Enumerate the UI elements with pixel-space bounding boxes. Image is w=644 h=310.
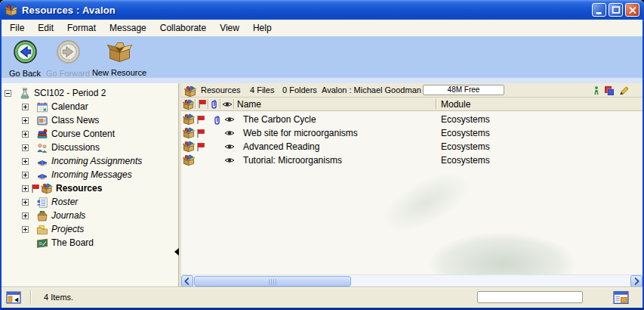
column-separator (208, 99, 208, 109)
menu-file[interactable]: File (3, 20, 31, 36)
book-icon (36, 169, 48, 181)
new-resource-button[interactable]: New Resource (91, 39, 148, 79)
menu-help[interactable]: Help (246, 20, 279, 36)
layers-icon[interactable] (604, 85, 615, 96)
panel-icon[interactable] (613, 290, 629, 305)
column-module[interactable]: Module (441, 99, 470, 110)
file-name[interactable]: The Carbon Cycle (243, 113, 316, 126)
item-count: 4 Items. (44, 293, 73, 302)
tree-item-roster[interactable]: Roster (2, 195, 178, 209)
resource-box-icon (183, 113, 195, 126)
scroll-right-button[interactable] (630, 275, 642, 287)
file-name[interactable]: Tutorial: Microorganisms (243, 153, 342, 167)
column-separator (195, 99, 196, 109)
scroll-left-button[interactable] (181, 275, 193, 287)
tree-item-journals[interactable]: Journals (2, 209, 178, 222)
course-tree: SCI102 - Period 2 Calendar Class News Co… (2, 83, 178, 287)
tree-item-label: Roster (51, 197, 78, 207)
status-separator (30, 290, 31, 305)
paperclip-column-icon[interactable] (210, 99, 218, 109)
expand-toggle[interactable] (22, 185, 29, 192)
list-row[interactable]: Web site for microorganisms Ecosystems (181, 126, 642, 140)
menu-format[interactable]: Format (60, 20, 103, 36)
list-row[interactable]: Advanced Reading Ecosystems (181, 140, 642, 153)
folder-icon (36, 224, 48, 235)
tree-item-class-news[interactable]: Class News (2, 113, 178, 127)
eye-icon[interactable] (224, 113, 235, 126)
eye-icon[interactable] (224, 126, 235, 140)
status-field (477, 291, 583, 303)
window-title: Resources : Avalon (22, 5, 116, 16)
tree-item-label: Incoming Messages (51, 169, 132, 180)
account-label: Avalon : Michael Goodman (322, 85, 421, 95)
folder-count: 0 Folders (282, 85, 317, 95)
file-list: The Carbon Cycle Ecosystems Web site for… (181, 111, 642, 274)
collapse-panel-arrow-icon[interactable] (174, 248, 179, 256)
expand-toggle[interactable] (22, 226, 29, 233)
list-row[interactable]: Tutorial: Microorganisms Ecosystems (181, 153, 642, 167)
go-back-icon (13, 39, 38, 67)
tree-item-root[interactable]: SCI102 - Period 2 (2, 86, 178, 100)
flag-icon (196, 126, 205, 140)
collapse-toggle[interactable] (5, 90, 11, 97)
expand-toggle[interactable] (22, 104, 29, 110)
book-icon (36, 156, 48, 167)
app-window: Resources : Avalon File Edit Format Mess… (0, 0, 644, 310)
expand-toggle[interactable] (22, 144, 29, 151)
eye-icon[interactable] (224, 140, 235, 153)
tree-item-discussions[interactable]: Discussions (2, 141, 178, 154)
pencil-icon[interactable] (619, 85, 629, 95)
file-name[interactable]: Web site for microorganisms (243, 126, 358, 140)
menu-message[interactable]: Message (103, 20, 153, 36)
expand-toggle[interactable] (22, 117, 29, 124)
flag-icon (30, 184, 39, 194)
flag-column-icon[interactable] (197, 99, 206, 109)
menu-collaborate[interactable]: Collaborate (153, 20, 213, 36)
flag-icon (196, 113, 205, 126)
menu-view[interactable]: View (213, 20, 246, 36)
expand-toggle[interactable] (22, 172, 29, 178)
menubar: File Edit Format Message Collaborate Vie… (2, 20, 642, 36)
go-forward-label: Go Forward (46, 69, 90, 78)
expand-toggle[interactable] (22, 199, 29, 206)
free-space-meter: 48M Free (423, 85, 504, 95)
expand-toggle[interactable] (22, 131, 29, 138)
tree-item-the-board[interactable]: The Board (2, 236, 178, 250)
file-count: 4 Files (250, 85, 274, 95)
tree-item-incoming-assignments[interactable]: Incoming Assignments (2, 154, 178, 168)
go-forward-button[interactable]: Go Forward (44, 39, 92, 79)
file-name[interactable]: Advanced Reading (243, 140, 319, 153)
file-module: Ecosystems (441, 113, 490, 126)
tree-item-calendar[interactable]: Calendar (2, 100, 178, 113)
go-back-button[interactable]: Go Back (6, 39, 44, 79)
file-module: Ecosystems (441, 153, 490, 167)
tree-item-resources[interactable]: Resources (2, 181, 178, 195)
person-icon[interactable] (593, 85, 599, 95)
list-row[interactable]: The Carbon Cycle Ecosystems (181, 113, 642, 126)
tree-item-incoming-messages[interactable]: Incoming Messages (2, 168, 178, 181)
background-watermark (404, 203, 600, 274)
resource-box-icon (41, 183, 53, 194)
tree-item-label: Journals (51, 210, 85, 221)
minimize-button[interactable] (592, 3, 606, 17)
tree-item-projects[interactable]: Projects (2, 222, 178, 236)
tree-item-course-content[interactable]: Course Content (2, 127, 178, 141)
expand-toggle[interactable] (22, 212, 29, 219)
column-name[interactable]: Name (237, 99, 261, 110)
expand-toggle[interactable] (22, 158, 29, 165)
maximize-button[interactable] (609, 3, 623, 17)
menu-edit[interactable]: Edit (31, 20, 60, 36)
eye-icon[interactable] (224, 153, 235, 167)
resource-box-icon[interactable] (183, 99, 194, 110)
window-icon[interactable] (6, 290, 21, 304)
close-button[interactable] (625, 3, 639, 17)
eye-column-icon[interactable] (222, 101, 233, 108)
scrollbar-thumb[interactable] (194, 276, 351, 287)
tree-item-label: Incoming Assignments (51, 156, 142, 166)
new-resource-label: New Resource (92, 68, 146, 77)
new-resource-icon (106, 39, 133, 67)
tree-item-label: Course Content (51, 129, 115, 139)
resource-box-icon (183, 140, 195, 153)
tree-root-label: SCI102 - Period 2 (34, 88, 106, 98)
tree-item-label: The Board (51, 237, 94, 248)
